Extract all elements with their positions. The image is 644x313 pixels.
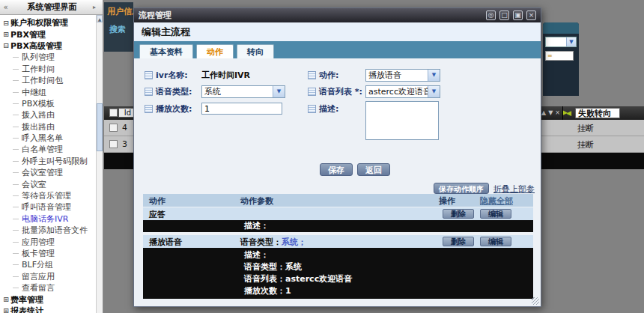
pin-icon[interactable]: ▸ xyxy=(93,4,103,10)
sidebar-item-conference-management[interactable]: 会议室管理 xyxy=(0,167,96,178)
chevron-down-icon[interactable]: ▼ xyxy=(428,86,440,97)
scroll-up-icon[interactable]: ▲ xyxy=(97,15,103,22)
scrollbar-thumb[interactable] xyxy=(97,103,103,151)
expand-plus-icon[interactable]: ⊞ xyxy=(1,31,10,38)
sidebar-item-work-time[interactable]: 工作时间 xyxy=(0,64,96,75)
sidebar-group-pbx[interactable]: ⊞ PBX管理 xyxy=(0,28,96,40)
sidebar-item-caller-limit[interactable]: 外呼主叫号码限制 xyxy=(0,156,96,167)
edit-button[interactable]: 编辑 xyxy=(480,237,511,246)
resize-grip[interactable] xyxy=(532,297,539,305)
sidebar-group-label: 报表统计 xyxy=(10,306,43,313)
voice-list-select[interactable]: astercc欢迎语音 ▼ xyxy=(365,85,440,98)
row-id: 4 xyxy=(122,123,127,133)
save-order-button[interactable]: 保存动作顺序 xyxy=(434,183,489,194)
tree-twig xyxy=(13,288,19,288)
background-dropdown[interactable]: ▼ xyxy=(545,37,577,47)
chevron-down-icon[interactable]: ▼ xyxy=(428,70,440,81)
tree-twig xyxy=(13,127,19,127)
sidebar-item-voicemail-app[interactable]: 留言应用 xyxy=(0,271,96,282)
sidebar-group-pbx-advanced[interactable]: ⊟ PBX高级管理 xyxy=(0,40,96,52)
expand-plus-icon[interactable]: ⊞ xyxy=(1,307,10,313)
dialog-titlebar[interactable]: 流程管理 ◎ □ ▣ × xyxy=(134,8,541,22)
tree-twig xyxy=(13,276,19,277)
sidebar-item-blf-group[interactable]: BLF分组 xyxy=(0,259,96,270)
row-checkbox[interactable] xyxy=(109,140,118,148)
action-select[interactable]: 播放语音 ▼ xyxy=(365,69,440,82)
background-side-panel: ▼ ≡ xyxy=(543,22,579,96)
sidebar-item-pbx-template[interactable]: PBX模板 xyxy=(0,98,96,109)
back-button[interactable]: 返回 xyxy=(357,163,390,176)
sidebar-group-reports[interactable]: ⊞ 报表统计 xyxy=(0,306,96,313)
tab-redirect[interactable]: 转向 xyxy=(237,44,274,58)
sort-down-icon[interactable]: ▼ xyxy=(548,109,553,116)
play-voice-detail: 描述： 语音类型：系统 语音列表：astercc欢迎语音 播放次数：1 xyxy=(143,248,533,299)
sidebar-item-inbound-blacklist[interactable]: 呼入黑名单 xyxy=(0,133,96,144)
sidebar-item-queue-management[interactable]: 队列管理 xyxy=(0,52,96,63)
window-restore-icon[interactable]: □ xyxy=(499,10,509,20)
params-label: 语音类型： xyxy=(240,237,282,247)
sidebar-item-outbound-route[interactable]: 拨出路由 xyxy=(0,121,96,133)
delete-button[interactable]: 删除 xyxy=(443,209,474,219)
sidebar-item-moh-management[interactable]: 等待音乐管理 xyxy=(0,190,96,201)
row-checkbox[interactable] xyxy=(109,124,118,132)
sidebar-item-view-voicemail[interactable]: 查看留言 xyxy=(0,282,96,294)
remove-icon[interactable]: × xyxy=(555,109,560,116)
dialog-title: 流程管理 xyxy=(139,10,486,21)
background-search-button[interactable]: 搜索 xyxy=(104,17,133,35)
edit-button[interactable]: 编辑 xyxy=(480,209,511,219)
close-icon[interactable]: × xyxy=(526,10,536,20)
background-tab[interactable]: 用户信息 搜索 xyxy=(104,2,133,52)
table-row-play-voice: 播放语音 语音类型：系统； 删除 编辑 xyxy=(143,235,533,248)
hide-all-link[interactable]: 隐藏全部 xyxy=(480,195,513,207)
select-all-checkbox[interactable] xyxy=(109,109,118,117)
background-panel-header xyxy=(543,22,579,34)
delete-button[interactable]: 删除 xyxy=(443,237,474,246)
sidebar-group-label: PBX高级管理 xyxy=(10,40,62,52)
sort-up-icon[interactable]: ▲ xyxy=(541,109,546,116)
params-value[interactable]: 系统； xyxy=(282,237,306,247)
sidebar-item-app-management[interactable]: 应用管理 xyxy=(0,236,96,247)
tree-twig xyxy=(13,219,19,219)
sidebar-item-conference-room[interactable]: 会议室 xyxy=(0,178,96,189)
sidebar-item-ivr[interactable]: 电脑话务IVR xyxy=(0,213,96,225)
answer-detail: 描述： xyxy=(143,220,533,232)
sidebar-scrollbar[interactable]: ▲ xyxy=(96,15,103,313)
column-divider xyxy=(562,106,563,120)
voice-type-select[interactable]: 系统 ▼ xyxy=(201,85,285,98)
tree-twig xyxy=(13,103,19,104)
background-input[interactable]: ≡ xyxy=(545,51,574,61)
description-textarea[interactable] xyxy=(365,101,439,140)
voice-list-label: 语音列表 *: xyxy=(308,85,362,98)
sidebar-item-inbound-route[interactable]: 拨入路由 xyxy=(0,109,96,121)
sidebar-item-work-time-package[interactable]: 工作时间包 xyxy=(0,75,96,86)
collapse-minus-icon[interactable]: ⊟ xyxy=(1,19,10,27)
sidebar-item-board-management[interactable]: 板卡管理 xyxy=(0,248,96,259)
sidebar-header: « 系统管理界面 ▸ xyxy=(0,0,103,15)
tab-basic-info[interactable]: 基本资料 xyxy=(139,44,193,58)
chevron-down-icon[interactable]: ▼ xyxy=(273,86,285,97)
arrow-left-icon[interactable]: ◀ xyxy=(566,109,571,117)
sidebar-item-whitelist[interactable]: 白名单管理 xyxy=(0,144,96,155)
save-button[interactable]: 保存 xyxy=(320,163,353,176)
sidebar-item-batch-add-voice[interactable]: 批量添加语音文件 xyxy=(0,225,96,236)
fail-redirect-value: 挂断 xyxy=(577,123,594,134)
expand-plus-icon[interactable]: ⊞ xyxy=(1,296,10,303)
sidebar-item-trunk-group[interactable]: 中继组 xyxy=(0,86,96,97)
tree-twig xyxy=(13,57,19,58)
sidebar-collapse-icon[interactable]: « xyxy=(0,3,11,11)
chevron-down-icon[interactable]: ▼ xyxy=(566,37,576,46)
play-times-label: 播放次数: xyxy=(145,103,192,115)
play-times-input[interactable] xyxy=(201,103,282,115)
sidebar-group-accounts[interactable]: ⊟ 账户和权限管理 xyxy=(0,17,96,28)
window-refresh-icon[interactable]: ◎ xyxy=(486,10,496,20)
sidebar-group-rates[interactable]: ⊞ 费率管理 xyxy=(0,294,96,305)
background-dropdown-value xyxy=(546,37,566,46)
tree-twig xyxy=(13,149,19,150)
tree-twig xyxy=(13,69,19,70)
tree-twig xyxy=(13,115,19,115)
sidebar-item-call-voice-management[interactable]: 呼叫语音管理 xyxy=(0,201,96,213)
window-maximize-icon[interactable]: ▣ xyxy=(513,10,523,20)
collapse-minus-icon[interactable]: ⊟ xyxy=(1,42,10,49)
tab-action[interactable]: 动作 xyxy=(196,44,234,58)
tree-twig xyxy=(13,161,19,162)
